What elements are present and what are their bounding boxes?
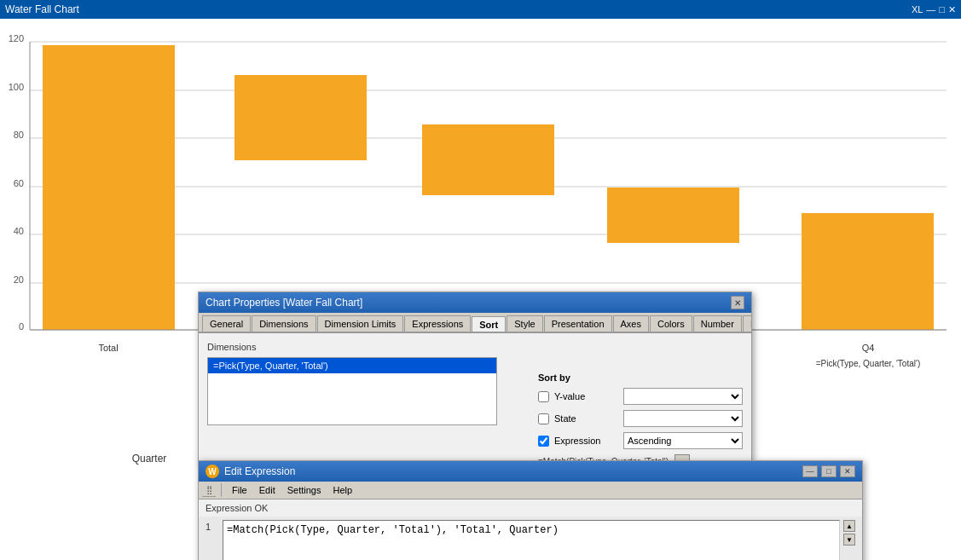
menu-edit[interactable]: Edit (254, 483, 281, 497)
menu-help[interactable]: Help (327, 483, 357, 497)
sort-row-yvalue: Y-value (538, 388, 743, 405)
svg-text:120: 120 (9, 33, 24, 43)
sort-expr-checkbox[interactable] (538, 436, 549, 447)
edit-expr-title-left: W Edit Expression (206, 465, 295, 478)
sort-by-section: Sort by Y-value State (538, 372, 743, 468)
sort-by-label: Sort by (538, 372, 743, 383)
tab-dimension-limits[interactable]: Dimension Limits (317, 315, 404, 332)
scroll-up-btn[interactable]: ▲ (843, 520, 855, 532)
line-number: 1 (206, 522, 216, 532)
maximize-btn[interactable]: □ (939, 4, 945, 14)
sort-yvalue-dropdown[interactable] (623, 388, 743, 405)
w-icon: W (206, 465, 219, 478)
dimensions-list[interactable]: =Pick(Type, Quarter, 'Total') (207, 357, 497, 425)
bar-4 (607, 188, 739, 243)
edit-expr-title-text: Edit Expression (224, 465, 295, 477)
svg-text:100: 100 (9, 82, 24, 92)
edit-expr-window-controls[interactable]: — □ ✕ (802, 465, 855, 477)
svg-text:40: 40 (14, 226, 24, 236)
sort-state-label: State (554, 413, 618, 424)
sort-expr-dropdown[interactable]: Ascending Descending (623, 432, 743, 449)
svg-text:0: 0 (19, 321, 24, 332)
scroll-down-btn[interactable]: ▼ (843, 534, 855, 546)
edit-expr-title-bar[interactable]: W Edit Expression — □ ✕ (199, 461, 862, 482)
edit-expr-menu-bar: ⣿ File Edit Settings Help (199, 482, 862, 499)
bar-3 (422, 124, 554, 195)
edit-expr-minimize-btn[interactable]: — (802, 465, 818, 477)
expression-status: Expression OK (199, 499, 862, 517)
tab-colors[interactable]: Colors (650, 315, 692, 332)
bar-q4 (802, 213, 934, 330)
edit-expression-dialog: W Edit Expression — □ ✕ ⣿ File Edit Sett… (198, 460, 863, 560)
sort-expr-label: Expression (554, 436, 618, 446)
chart-area: 0 20 40 60 80 100 120 Total Q4 =Pick(Typ… (0, 19, 961, 560)
tab-dimensions[interactable]: Dimensions (252, 315, 316, 332)
sort-row-state: State (538, 410, 743, 427)
tab-presentation[interactable]: Presentation (544, 315, 612, 332)
svg-text:Total: Total (98, 343, 118, 353)
tab-style[interactable]: Style (507, 315, 542, 332)
tab-axes[interactable]: Axes (613, 315, 649, 332)
svg-text:20: 20 (14, 274, 24, 285)
chart-props-tabs: General Dimensions Dimension Limits Expr… (199, 313, 751, 333)
svg-text:60: 60 (14, 178, 24, 188)
tab-sort[interactable]: Sort (472, 316, 506, 332)
svg-text:80: 80 (14, 130, 24, 140)
svg-text:Quarter: Quarter (132, 453, 167, 465)
edit-expr-close-btn[interactable]: ✕ (840, 465, 855, 477)
menu-file[interactable]: File (227, 483, 252, 497)
chart-props-dialog: Chart Properties [Water Fall Chart] ✕ Ge… (198, 292, 752, 462)
expression-editor-area: 1 =Match(Pick(Type, Quarter, 'Total'), '… (199, 517, 862, 560)
sort-yvalue-checkbox[interactable] (538, 391, 549, 402)
bar-2 (234, 75, 367, 160)
chart-props-title-bar[interactable]: Chart Properties [Water Fall Chart] ✕ (199, 292, 751, 313)
dim-item-0[interactable]: =Pick(Type, Quarter, 'Total') (208, 358, 496, 373)
svg-text:=Pick(Type, Quarter, 'Total'): =Pick(Type, Quarter, 'Total') (816, 359, 920, 368)
xl-label: XL (912, 4, 923, 14)
tab-expressions[interactable]: Expressions (404, 315, 471, 332)
menu-settings[interactable]: Settings (282, 483, 327, 497)
chart-props-close-btn[interactable]: ✕ (731, 296, 744, 309)
tab-font[interactable]: Font (743, 315, 751, 332)
menu-icon-left: ⣿ (202, 483, 216, 497)
main-title-bar: Water Fall Chart XL — □ ✕ (0, 0, 961, 19)
title-bar-controls[interactable]: XL — □ ✕ (912, 4, 956, 15)
expression-input[interactable]: =Match(Pick(Type, Quarter, 'Total'), 'To… (223, 520, 840, 560)
chart-props-title: Chart Properties [Water Fall Chart] (206, 297, 362, 309)
app-title: Water Fall Chart (5, 3, 79, 15)
edit-expr-maximize-btn[interactable]: □ (821, 465, 837, 477)
menu-separator (221, 483, 222, 497)
editor-scroll-arrows: ▲ ▼ (843, 520, 855, 546)
tab-number[interactable]: Number (693, 315, 742, 332)
minimize-btn[interactable]: — (926, 4, 935, 14)
bar-total (43, 45, 175, 330)
sort-yvalue-label: Y-value (554, 391, 618, 401)
sort-state-dropdown[interactable] (623, 410, 743, 427)
close-btn[interactable]: ✕ (948, 4, 956, 15)
sort-row-expression: Expression Ascending Descending (538, 432, 743, 449)
dimensions-label: Dimensions (207, 342, 743, 352)
sort-tab-content: Dimensions =Pick(Type, Quarter, 'Total')… (199, 333, 751, 461)
sort-state-checkbox[interactable] (538, 413, 549, 424)
svg-text:Q4: Q4 (862, 343, 875, 353)
tab-general[interactable]: General (202, 315, 251, 332)
